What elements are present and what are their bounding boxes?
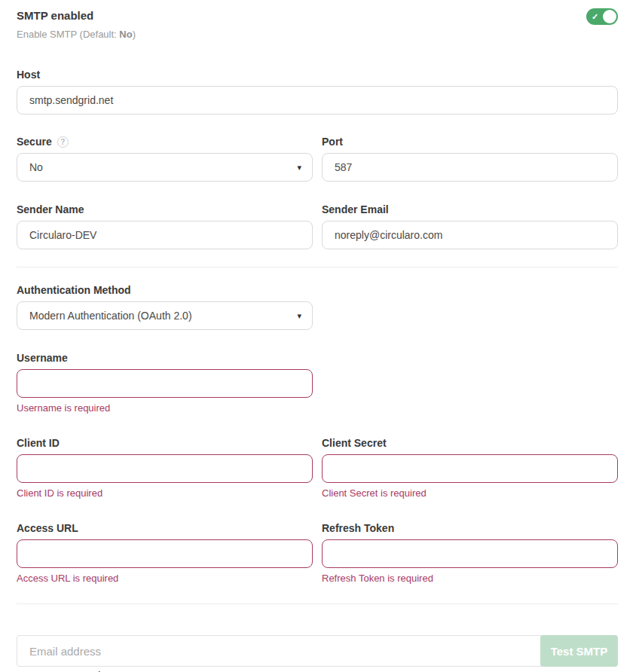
sender-email-input[interactable]	[322, 221, 618, 249]
port-field-group: Port	[322, 136, 618, 182]
client-id-error: Client ID is required	[17, 487, 313, 499]
description-prefix: Enable SMTP (Default:	[17, 29, 119, 40]
refresh-token-field-group: Refresh Token Refresh Token is required	[322, 522, 618, 584]
description-suffix: )	[133, 29, 136, 40]
port-input[interactable]	[322, 153, 618, 182]
sender-row: Sender Name Sender Email	[17, 203, 618, 249]
toggle-knob	[603, 10, 616, 23]
secure-selected-value: No	[29, 161, 43, 173]
chevron-down-icon: ▾	[297, 311, 301, 321]
smtp-enabled-texts: SMTP enabled Enable SMTP (Default: No)	[17, 8, 136, 40]
secure-label-text: Secure	[17, 136, 52, 148]
client-secret-field-group: Client Secret Client Secret is required	[322, 437, 618, 499]
sender-name-input[interactable]	[17, 221, 313, 249]
client-secret-input[interactable]	[322, 454, 618, 483]
username-field-group: Username Username is required	[17, 352, 618, 414]
auth-method-select[interactable]: Modern Authentication (OAuth 2.0) ▾	[17, 301, 313, 330]
test-email-input[interactable]	[17, 635, 542, 667]
sender-email-label: Sender Email	[322, 203, 618, 215]
sender-name-label: Sender Name	[17, 203, 313, 215]
check-icon: ✓	[592, 13, 598, 21]
smtp-enabled-header: SMTP enabled Enable SMTP (Default: No) ✓	[17, 8, 618, 40]
test-smtp-row: Test SMTP	[17, 635, 618, 667]
refresh-token-input[interactable]	[322, 539, 618, 568]
smtp-enabled-toggle[interactable]: ✓	[586, 8, 618, 25]
host-input[interactable]	[17, 86, 618, 115]
secure-port-row: Secure ? No ▾ Port	[17, 136, 618, 182]
client-row: Client ID Client ID is required Client S…	[17, 437, 618, 499]
client-id-input[interactable]	[17, 454, 313, 483]
host-label: Host	[17, 69, 618, 81]
secure-select[interactable]: No ▾	[17, 153, 313, 182]
auth-method-select-wrap: Modern Authentication (OAuth 2.0) ▾	[17, 301, 313, 330]
username-label: Username	[17, 352, 618, 364]
port-label: Port	[322, 136, 618, 148]
chevron-down-icon: ▾	[297, 163, 301, 173]
client-id-label: Client ID	[17, 437, 313, 449]
client-secret-error: Client Secret is required	[322, 487, 618, 499]
refresh-token-label: Refresh Token	[322, 522, 618, 534]
access-url-input[interactable]	[17, 539, 313, 568]
smtp-settings-panel: SMTP enabled Enable SMTP (Default: No) ✓…	[0, 0, 636, 672]
help-icon[interactable]: ?	[57, 136, 69, 148]
host-field-group: Host	[17, 69, 618, 115]
auth-method-field-group: Authentication Method Modern Authenticat…	[17, 284, 618, 330]
test-smtp-button[interactable]: Test SMTP	[540, 635, 618, 667]
access-url-field-group: Access URL Access URL is required	[17, 522, 313, 584]
section-divider	[17, 267, 618, 267]
section-divider	[17, 603, 618, 604]
sender-email-field-group: Sender Email	[322, 203, 618, 249]
token-row: Access URL Access URL is required Refres…	[17, 522, 618, 584]
access-url-error: Access URL is required	[17, 573, 313, 584]
description-default-value: No	[119, 29, 132, 40]
sender-name-field-group: Sender Name	[17, 203, 313, 249]
auth-method-selected-value: Modern Authentication (OAuth 2.0)	[29, 310, 192, 322]
username-input-wrap: Username is required	[17, 369, 313, 414]
smtp-enabled-description: Enable SMTP (Default: No)	[17, 29, 136, 40]
secure-label: Secure ?	[17, 136, 313, 148]
client-secret-label: Client Secret	[322, 437, 618, 449]
access-url-label: Access URL	[17, 522, 313, 534]
smtp-enabled-title: SMTP enabled	[17, 8, 136, 22]
auth-method-label: Authentication Method	[17, 284, 618, 296]
secure-field-group: Secure ? No ▾	[17, 136, 313, 182]
refresh-token-error: Refresh Token is required	[322, 573, 618, 584]
username-error: Username is required	[17, 402, 313, 414]
client-id-field-group: Client ID Client ID is required	[17, 437, 313, 499]
username-input[interactable]	[17, 369, 313, 398]
